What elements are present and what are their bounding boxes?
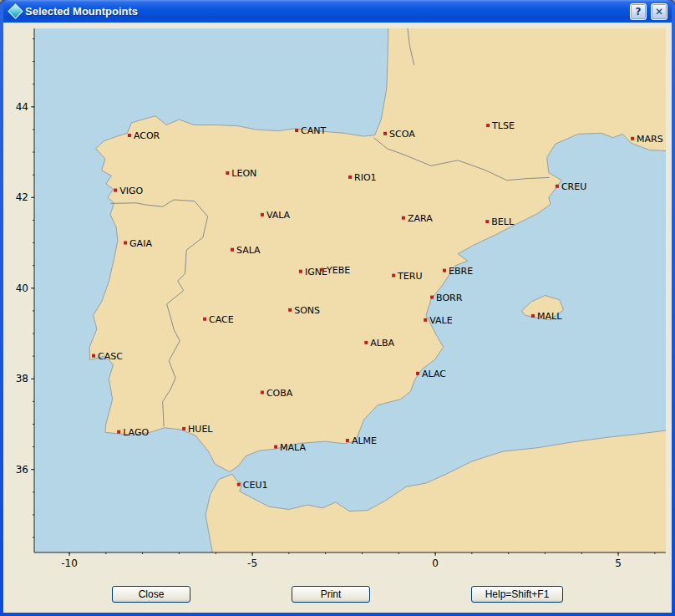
station-label: VIGO	[119, 186, 143, 196]
station-label: SONS	[294, 305, 320, 316]
station-label: CASC	[98, 351, 123, 362]
selected-mountpoints-window: Selected Mountpoints ? ✕ -10-50536384042…	[0, 0, 675, 616]
station-label: GAIA	[129, 238, 152, 249]
station-marker	[392, 274, 395, 277]
station-marker	[92, 354, 95, 358]
station-label: RIO1	[354, 172, 377, 183]
station-marker	[128, 134, 131, 137]
station-label: MARS	[637, 134, 663, 145]
station-label: LAGO	[123, 427, 149, 438]
map-svg: -10-5053638404244ACORVIGOCANTSCOATLSEMAR…	[7, 25, 668, 576]
station-marker	[416, 372, 419, 375]
window-title: Selected Mountpoints	[25, 5, 626, 18]
station-label: ALBA	[370, 338, 394, 349]
station-label: ACOR	[134, 130, 160, 141]
y-tick-label: 40	[16, 283, 28, 294]
station-label: CEU1	[243, 480, 268, 491]
station-label: SCOA	[389, 129, 415, 140]
station-label: EBRE	[449, 266, 473, 277]
station-marker	[114, 189, 117, 192]
station-marker	[231, 248, 234, 252]
print-button[interactable]: Print	[292, 586, 370, 603]
station-marker	[182, 427, 185, 430]
title-bar: Selected Mountpoints ? ✕	[3, 0, 672, 23]
station-marker	[288, 308, 292, 312]
station-label: VALE	[429, 315, 452, 326]
station-marker	[364, 341, 368, 344]
station-label: CACE	[209, 314, 234, 325]
station-marker	[531, 314, 535, 318]
station-marker	[348, 176, 352, 179]
window-body: -10-5053638404244ACORVIGOCANTSCOATLSEMAR…	[3, 23, 672, 613]
station-label: YEBE	[326, 265, 350, 276]
station-marker	[124, 242, 127, 245]
x-tick-label: 0	[432, 557, 439, 569]
y-tick-label: 36	[16, 464, 28, 476]
station-marker	[631, 137, 634, 140]
station-marker	[485, 220, 489, 223]
station-label: ALAC	[422, 369, 446, 379]
station-label: CREU	[561, 181, 586, 192]
y-tick-label: 44	[16, 101, 28, 113]
station-marker	[261, 391, 264, 395]
app-icon	[8, 3, 23, 18]
map-widget: -10-5053638404244ACORVIGOCANTSCOATLSEMAR…	[7, 25, 668, 576]
station-marker	[274, 445, 277, 449]
station-label: VALA	[266, 210, 291, 221]
station-marker	[346, 439, 349, 442]
station-marker	[556, 185, 559, 188]
station-label: HUEL	[188, 424, 213, 435]
station-marker	[383, 132, 387, 135]
station-marker	[321, 268, 324, 272]
x-tick-label: -10	[61, 557, 78, 569]
help-shortcut-button[interactable]: Help=Shift+F1	[471, 586, 563, 603]
station-marker	[203, 318, 206, 321]
footer-button-row: Close Print Help=Shift+F1	[3, 586, 672, 603]
station-label: TERU	[397, 271, 422, 282]
y-tick-label: 38	[16, 373, 28, 384]
station-marker	[424, 318, 427, 322]
station-label: ZARA	[408, 213, 433, 224]
footer-close-button[interactable]: Close	[112, 586, 190, 603]
station-marker	[295, 129, 298, 132]
x-tick-label: -5	[247, 557, 257, 569]
station-marker	[430, 296, 434, 299]
station-label: BELL	[491, 216, 515, 227]
station-marker	[299, 270, 302, 273]
station-marker	[117, 430, 120, 434]
station-label: COBA	[266, 388, 293, 399]
station-label: TLSE	[491, 120, 515, 131]
station-marker	[443, 269, 446, 272]
station-label: ALME	[352, 435, 377, 446]
station-label: MALL	[537, 311, 562, 322]
station-label: CANT	[301, 125, 326, 136]
station-marker	[486, 124, 490, 127]
station-label: SALA	[236, 245, 261, 256]
station-marker	[237, 483, 241, 486]
help-button[interactable]: ?	[630, 3, 647, 20]
station-label: BORR	[436, 293, 463, 303]
station-label: MALA	[280, 442, 306, 453]
titlebar-close-button[interactable]: ✕	[651, 3, 667, 20]
y-tick-label: 42	[16, 191, 28, 203]
station-marker	[402, 216, 405, 220]
station-marker	[226, 171, 229, 175]
x-tick-label: 5	[615, 557, 622, 569]
station-marker	[261, 213, 264, 216]
station-label: LEON	[231, 168, 256, 179]
